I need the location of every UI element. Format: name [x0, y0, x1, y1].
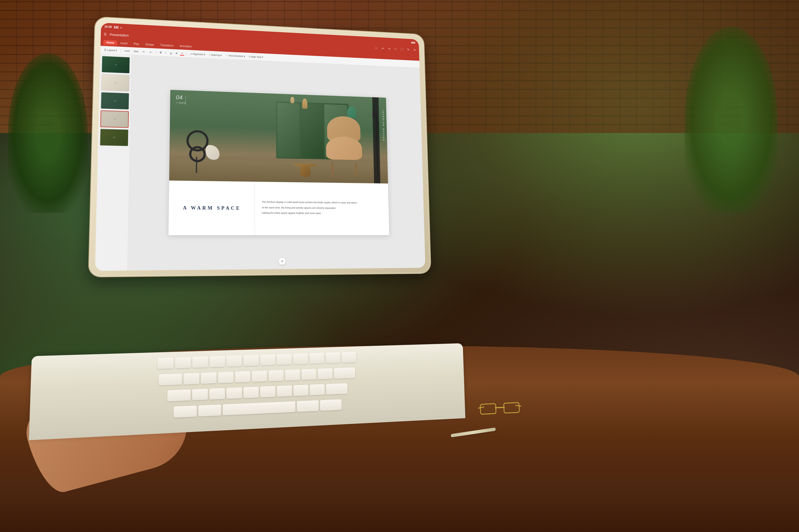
size-selector[interactable]: Size: [132, 49, 140, 53]
slide-thumb-5[interactable]: 05: [100, 129, 129, 146]
key-comma[interactable]: [310, 384, 325, 395]
slide-thumb-2[interactable]: 02: [101, 74, 130, 92]
key-bracket-l[interactable]: [325, 353, 340, 363]
slide-desc-line1: The furniture display in solid wood tone…: [262, 200, 382, 205]
sep3: [187, 52, 187, 56]
key-i[interactable]: [277, 354, 292, 365]
chair-legs: [329, 158, 360, 175]
spacing-button[interactable]: ↕ Spacing ▾: [208, 53, 223, 57]
glasses-lens-left: [480, 403, 496, 415]
key-shift-r[interactable]: [326, 383, 347, 395]
tab-play[interactable]: Play: [131, 41, 142, 46]
key-o[interactable]: [293, 353, 308, 364]
key-e[interactable]: [192, 357, 208, 368]
glasses: [475, 399, 525, 423]
key-space[interactable]: [223, 401, 296, 415]
key-g[interactable]: [252, 370, 267, 382]
tablet-screen: 16:09 ▐▐▐ ▲ ▮▮▮▯ ☰ Presentation □ ↩ ↪ □ …: [95, 23, 425, 271]
slide-top-image: 04 / Intro INTERIOR DESIGN: [169, 90, 388, 184]
wire-stand: [196, 157, 197, 173]
tab-transitions[interactable]: Transitions: [157, 42, 177, 48]
sep1: [120, 49, 121, 53]
underline-button[interactable]: U: [169, 51, 173, 55]
key-alt[interactable]: [198, 404, 221, 416]
italic-button[interactable]: I: [164, 51, 168, 55]
key-r[interactable]: [209, 356, 225, 367]
expand-icon[interactable]: ⛶: [400, 47, 404, 51]
redo-button[interactable]: ↪: [387, 46, 392, 51]
key-l[interactable]: [318, 368, 332, 379]
key-b[interactable]: [260, 386, 275, 397]
font-group: Font Size A↑ A↓: [123, 49, 154, 54]
key-z[interactable]: [192, 388, 208, 400]
add-slide-button[interactable]: +: [278, 258, 286, 265]
key-j[interactable]: [285, 369, 300, 380]
tab-animation[interactable]: Animation: [177, 43, 195, 49]
edit-icon[interactable]: ✎: [406, 48, 410, 52]
key-c[interactable]: [226, 387, 242, 399]
shelf-decor-2: [290, 97, 294, 103]
glasses-frame: [480, 402, 520, 418]
layout-button[interactable]: ☰ Layout ▾: [103, 48, 118, 52]
slide-thumb-3[interactable]: 03: [101, 92, 129, 110]
alignment-button[interactable]: ≡ Alignment ▾: [189, 52, 207, 56]
align-text-button[interactable]: ≡ Align Text ▾: [248, 55, 265, 59]
text-direction-button[interactable]: ↔ Text Direction ▾: [224, 54, 247, 58]
strikethrough-button[interactable]: S: [174, 51, 179, 55]
layout-group: ☰ Layout ▾: [103, 48, 118, 52]
key-ctrl-r[interactable]: [320, 399, 342, 411]
key-w[interactable]: [175, 357, 191, 368]
slide-thumb-1[interactable]: 01: [102, 56, 130, 73]
bold-button[interactable]: B: [158, 51, 163, 54]
tab-design[interactable]: Design: [142, 41, 157, 47]
tab-home[interactable]: Home: [103, 40, 117, 45]
key-n[interactable]: [277, 385, 292, 397]
key-x[interactable]: [209, 388, 225, 400]
key-q[interactable]: [157, 358, 173, 369]
window-icon[interactable]: □: [393, 46, 398, 51]
key-a[interactable]: [183, 373, 199, 384]
status-right: ▮▮▮▯: [411, 41, 416, 44]
canvas-area: 04 / Intro INTERIOR DESIGN A WARM SPACE: [128, 55, 425, 270]
key-ctrl[interactable]: [173, 405, 197, 417]
key-bracket-r[interactable]: [341, 352, 356, 363]
tab-insert[interactable]: Insert: [118, 40, 130, 46]
key-f[interactable]: [235, 371, 250, 382]
save-icon[interactable]: □: [374, 46, 378, 50]
key-s[interactable]: [201, 373, 216, 384]
undo-button[interactable]: ↩: [380, 46, 385, 51]
close-button[interactable]: ✕: [412, 48, 417, 52]
increase-font-btn[interactable]: A↑: [141, 50, 147, 54]
chair-leg-2: [355, 163, 358, 175]
slide-desc-line2: At the same time, the living and activit…: [262, 206, 382, 210]
key-caps[interactable]: [158, 374, 182, 385]
slide-main-title: A WARM SPACE: [183, 205, 241, 211]
key-d[interactable]: [218, 372, 234, 383]
shelf-decor-1: [302, 98, 308, 109]
key-h[interactable]: [268, 370, 284, 381]
key-k[interactable]: [301, 369, 316, 380]
signal-icon: ▐▐▐: [113, 26, 118, 28]
decrease-font-btn[interactable]: A↓: [148, 50, 154, 54]
font-color-button[interactable]: A: [180, 51, 184, 55]
slide-thumb-4[interactable]: 04: [100, 110, 129, 128]
key-alt-r[interactable]: [297, 400, 319, 412]
plant-left: [8, 53, 88, 213]
slide-intro-label: / Intro: [176, 101, 186, 104]
key-enter[interactable]: [334, 367, 355, 379]
key-shift-l[interactable]: [167, 390, 190, 401]
format-group: B I U S A: [158, 50, 184, 56]
key-m[interactable]: [293, 385, 308, 396]
font-selector[interactable]: Font: [123, 49, 131, 53]
slides-panel: 01 02 03 04: [95, 54, 132, 271]
main-area: 01 02 03 04: [95, 54, 425, 271]
key-t[interactable]: [226, 355, 242, 366]
cabinet-door-1: [277, 103, 300, 157]
wifi-icon: ▲: [120, 26, 122, 28]
glasses-lens-right: [503, 402, 520, 414]
menu-icon[interactable]: ☰: [103, 33, 107, 36]
key-u[interactable]: [260, 354, 275, 365]
key-v[interactable]: [243, 387, 259, 398]
key-p[interactable]: [309, 353, 324, 364]
key-y[interactable]: [243, 355, 259, 366]
